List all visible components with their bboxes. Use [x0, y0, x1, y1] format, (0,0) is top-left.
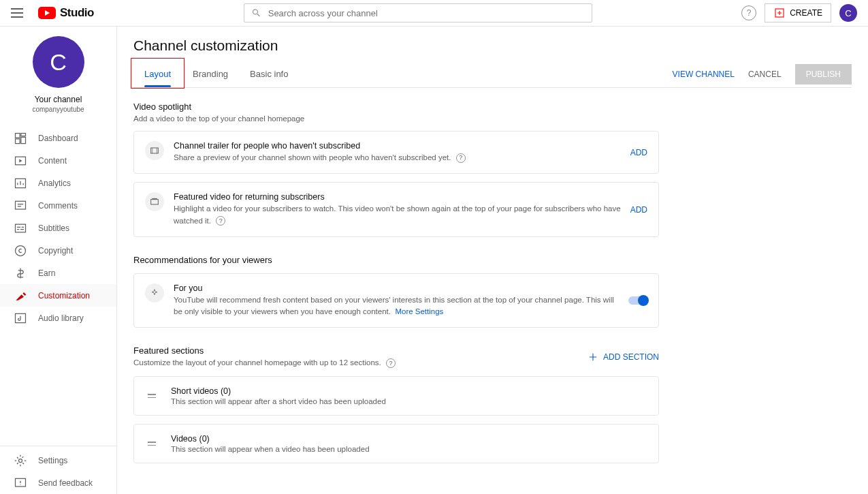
- add-section-button[interactable]: ADD SECTION: [587, 351, 659, 363]
- main-content: Channel customization Layout Branding Ba…: [117, 27, 868, 494]
- sidebar-item-settings[interactable]: Settings: [0, 449, 116, 472]
- add-featured-button[interactable]: ADD: [630, 205, 647, 215]
- card-body: Channel trailer for people who haven't s…: [174, 141, 621, 164]
- logo-text: Studio: [60, 6, 94, 20]
- sidebar-item-feedback[interactable]: Send feedback: [0, 472, 116, 494]
- section-desc: Add a video to the top of your channel h…: [133, 114, 659, 123]
- channel-avatar[interactable]: C: [33, 36, 84, 88]
- gear-icon: [14, 454, 27, 467]
- drag-handle-icon[interactable]: [145, 394, 159, 398]
- card-desc: Share a preview of your channel shown wi…: [174, 152, 621, 164]
- sidebar-item-label: Audio library: [38, 313, 84, 323]
- sidebar-item-label: Customization: [38, 291, 90, 300]
- search-input[interactable]: [268, 8, 585, 18]
- tab-branding[interactable]: Branding: [182, 61, 239, 87]
- card-desc: YouTube will recommend fresh content bas…: [174, 294, 619, 318]
- logo[interactable]: Studio: [38, 6, 94, 20]
- card-desc: Highlight a video for your subscribers t…: [174, 203, 621, 227]
- search-icon: [251, 7, 261, 18]
- featured-row[interactable]: Videos (0) This section will appear when…: [133, 424, 659, 463]
- drag-handle-icon[interactable]: [145, 442, 159, 446]
- menu-icon[interactable]: [11, 5, 27, 21]
- row-desc: This section will appear when a video ha…: [171, 445, 370, 453]
- card-body: For you YouTube will recommend fresh con…: [174, 283, 619, 318]
- svg-rect-4: [16, 224, 26, 232]
- svg-point-7: [19, 459, 22, 462]
- row-title: Videos (0): [171, 434, 370, 444]
- tabs: Layout Branding Basic info: [133, 61, 299, 87]
- create-plus-icon: [773, 7, 786, 19]
- featured-icon: [145, 192, 164, 211]
- content-icon: [14, 154, 27, 168]
- help-icon[interactable]: ?: [216, 216, 225, 226]
- card-title: Featured video for returning subscribers: [174, 192, 621, 202]
- content-body: Video spotlight Add a video to the top o…: [117, 88, 675, 494]
- for-you-toggle[interactable]: [628, 296, 647, 305]
- app-header: Studio ? CREATE C: [0, 0, 868, 27]
- cancel-button[interactable]: CANCEL: [748, 70, 782, 79]
- page-actions: VIEW CHANNEL CANCEL PUBLISH: [673, 64, 852, 84]
- sidebar-item-earn[interactable]: Earn: [0, 262, 116, 284]
- sidebar-item-label: Comments: [38, 201, 78, 211]
- featured-row[interactable]: Short videos (0) This section will appea…: [133, 376, 659, 416]
- sidebar-item-comments[interactable]: Comments: [0, 194, 116, 217]
- sidebar-item-label: Analytics: [38, 179, 71, 188]
- sidebar-bottom: Settings Send feedback: [0, 446, 116, 494]
- add-trailer-button[interactable]: ADD: [630, 148, 647, 157]
- sidebar-item-label: Earn: [38, 268, 55, 278]
- earn-icon: [14, 266, 27, 280]
- view-channel-button[interactable]: VIEW CHANNEL: [673, 70, 735, 79]
- copyright-icon: [14, 244, 27, 258]
- card-body: Featured video for returning subscribers…: [174, 192, 621, 227]
- publish-button[interactable]: PUBLISH: [795, 64, 852, 84]
- row-title: Short videos (0): [171, 386, 386, 396]
- sidebar-item-label: Subtitles: [38, 223, 69, 233]
- sidebar-item-customization[interactable]: Customization: [0, 284, 116, 307]
- featured-video-card: Featured video for returning subscribers…: [133, 182, 659, 237]
- add-section-label: ADD SECTION: [603, 352, 659, 362]
- search-box[interactable]: [244, 3, 592, 22]
- help-icon[interactable]: ?: [741, 5, 756, 20]
- channel-handle: companyyoutube: [32, 106, 84, 113]
- comments-icon: [14, 199, 27, 213]
- card-title: For you: [174, 283, 619, 293]
- tab-label: Layout: [144, 69, 171, 79]
- customization-icon: [14, 289, 27, 303]
- tab-row: Layout Branding Basic info VIEW CHANNEL …: [133, 61, 852, 88]
- sparkle-icon: [145, 283, 164, 303]
- page-title: Channel customization: [133, 37, 852, 54]
- section-title: Featured sections: [133, 345, 396, 356]
- feedback-icon: [14, 476, 27, 490]
- subtitles-icon: [14, 221, 27, 235]
- featured-sections-section: Featured sections Customize the layout o…: [133, 345, 659, 463]
- create-label: CREATE: [790, 8, 822, 18]
- sidebar-item-copyright[interactable]: Copyright: [0, 239, 116, 262]
- user-avatar[interactable]: C: [839, 4, 857, 22]
- tab-basic-info[interactable]: Basic info: [239, 61, 299, 87]
- card-title: Channel trailer for people who haven't s…: [174, 141, 621, 151]
- tab-label: Branding: [193, 69, 228, 79]
- trailer-card: Channel trailer for people who haven't s…: [133, 131, 659, 174]
- page-header: Channel customization Layout Branding Ba…: [117, 27, 868, 88]
- sidebar-item-content[interactable]: Content: [0, 149, 116, 172]
- tab-layout[interactable]: Layout: [133, 61, 182, 87]
- trailer-icon: [145, 141, 164, 160]
- sidebar-item-label: Settings: [38, 456, 67, 465]
- channel-profile: C Your channel companyyoutube: [0, 36, 116, 113]
- section-desc: Customize the layout of your channel hom…: [133, 358, 396, 368]
- sidebar-item-analytics[interactable]: Analytics: [0, 172, 116, 194]
- more-settings-link[interactable]: More Settings: [395, 307, 443, 315]
- row-desc: This section will appear after a short v…: [171, 397, 386, 405]
- channel-name: Your channel: [35, 95, 82, 104]
- recommendations-section: Recommendations for your viewers For you…: [133, 255, 659, 328]
- sidebar-item-dashboard[interactable]: Dashboard: [0, 127, 116, 149]
- create-button[interactable]: CREATE: [765, 3, 831, 22]
- svg-rect-3: [16, 201, 26, 209]
- help-icon[interactable]: ?: [456, 153, 466, 163]
- plus-icon: [587, 351, 599, 363]
- sidebar-item-audio-library[interactable]: Audio library: [0, 307, 116, 329]
- help-icon[interactable]: ?: [386, 358, 396, 368]
- sidebar-item-subtitles[interactable]: Subtitles: [0, 217, 116, 239]
- search-container: [94, 3, 741, 22]
- tab-label: Basic info: [250, 69, 288, 79]
